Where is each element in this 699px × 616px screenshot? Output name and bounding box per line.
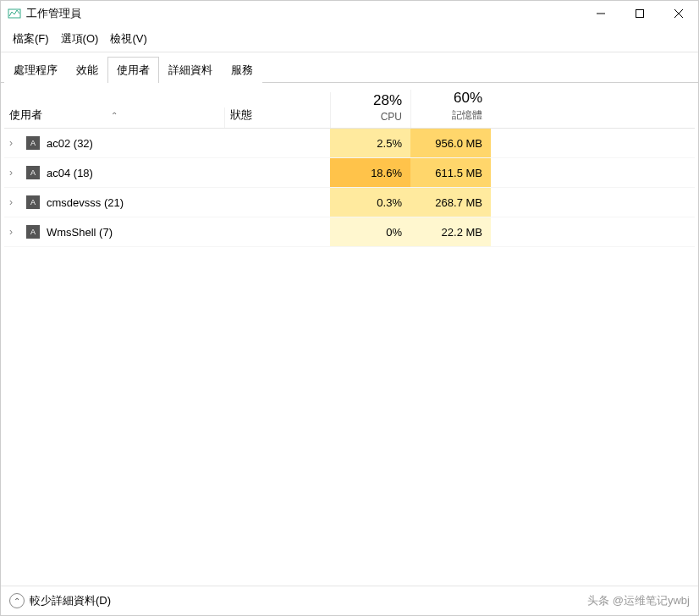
table-row[interactable]: › A cmsdevsss (21) 0.3% 268.7 MB bbox=[4, 188, 695, 217]
window-controls bbox=[581, 1, 698, 26]
tab-performance[interactable]: 效能 bbox=[67, 57, 107, 83]
sort-indicator-icon: ⌃ bbox=[111, 111, 118, 120]
cell-memory: 22.2 MB bbox=[410, 217, 491, 246]
cell-user: › A cmsdevsss (21) bbox=[4, 188, 224, 217]
cell-status bbox=[224, 217, 330, 246]
user-name: ac02 (32) bbox=[47, 137, 93, 150]
cell-spacer bbox=[491, 129, 695, 157]
menu-view[interactable]: 檢視(V) bbox=[105, 30, 151, 48]
table-row[interactable]: › A ac04 (18) 18.6% 611.5 MB bbox=[4, 158, 695, 188]
svg-rect-2 bbox=[636, 10, 644, 18]
cell-cpu: 0.3% bbox=[330, 188, 410, 217]
user-name: ac04 (18) bbox=[47, 167, 93, 179]
header-cpu-pct: 28% bbox=[331, 92, 402, 111]
header-cpu-label: CPU bbox=[331, 111, 402, 128]
table-row[interactable]: › A ac02 (32) 2.5% 956.0 MB bbox=[4, 129, 695, 158]
header-user-label: 使用者 bbox=[9, 108, 42, 121]
maximize-button[interactable] bbox=[620, 1, 659, 26]
table-body: › A ac02 (32) 2.5% 956.0 MB › A ac04 (18… bbox=[4, 129, 695, 582]
user-icon: A bbox=[26, 166, 40, 179]
content-area: ⌃ 使用者 狀態 28% CPU 60% 記憶體 › A ac02 (32) 2… bbox=[1, 83, 698, 586]
header-status-label: 狀態 bbox=[230, 108, 252, 121]
tab-details[interactable]: 詳細資料 bbox=[159, 57, 222, 83]
svg-rect-0 bbox=[8, 9, 20, 18]
user-icon: A bbox=[26, 195, 40, 209]
close-icon bbox=[674, 9, 683, 18]
header-user[interactable]: ⌃ 使用者 bbox=[4, 107, 224, 128]
menu-file[interactable]: 檔案(F) bbox=[8, 30, 54, 48]
header-cpu[interactable]: 28% CPU bbox=[330, 92, 410, 128]
tab-processes[interactable]: 處理程序 bbox=[4, 57, 67, 83]
cell-spacer bbox=[491, 217, 695, 246]
header-status[interactable]: 狀態 bbox=[224, 107, 330, 128]
cell-status bbox=[224, 158, 330, 187]
chevron-right-icon[interactable]: › bbox=[9, 137, 19, 149]
app-icon bbox=[8, 7, 21, 20]
tab-users[interactable]: 使用者 bbox=[107, 57, 159, 83]
chevron-up-icon: ⌃ bbox=[9, 593, 25, 608]
cell-memory: 956.0 MB bbox=[410, 129, 491, 157]
titlebar: 工作管理員 bbox=[1, 1, 698, 26]
maximize-icon bbox=[636, 9, 644, 18]
window-title: 工作管理員 bbox=[26, 6, 581, 21]
chevron-right-icon[interactable]: › bbox=[9, 167, 19, 179]
cell-status bbox=[224, 188, 330, 217]
header-memory[interactable]: 60% 記憶體 bbox=[410, 90, 491, 128]
menubar: 檔案(F) 選項(O) 檢視(V) bbox=[1, 26, 698, 52]
fewer-details-button[interactable]: ⌃ 較少詳細資料(D) bbox=[9, 593, 111, 608]
cell-memory: 611.5 MB bbox=[410, 158, 491, 187]
chevron-right-icon[interactable]: › bbox=[9, 196, 19, 208]
cell-cpu: 0% bbox=[330, 217, 410, 246]
user-icon: A bbox=[26, 136, 40, 150]
tab-bar: 處理程序 效能 使用者 詳細資料 服務 bbox=[1, 56, 698, 83]
menu-options[interactable]: 選項(O) bbox=[56, 30, 104, 48]
cell-user: › A ac04 (18) bbox=[4, 158, 224, 187]
cell-memory: 268.7 MB bbox=[410, 188, 491, 217]
cell-cpu: 18.6% bbox=[330, 158, 410, 187]
fewer-details-label: 較少詳細資料(D) bbox=[30, 593, 111, 608]
chevron-right-icon[interactable]: › bbox=[9, 226, 19, 238]
header-mem-pct: 60% bbox=[411, 90, 482, 108]
footer: ⌃ 較少詳細資料(D) 头条 @运维笔记ywbj bbox=[1, 586, 698, 615]
tab-services[interactable]: 服務 bbox=[222, 57, 262, 83]
cell-status bbox=[224, 129, 330, 157]
minimize-icon bbox=[597, 9, 605, 18]
user-icon: A bbox=[26, 225, 40, 239]
cell-user: › A ac02 (32) bbox=[4, 129, 224, 157]
cell-user: › A WmsShell (7) bbox=[4, 217, 224, 246]
table-row[interactable]: › A WmsShell (7) 0% 22.2 MB bbox=[4, 217, 695, 247]
user-name: WmsShell (7) bbox=[47, 226, 113, 239]
cell-cpu: 2.5% bbox=[330, 129, 410, 157]
header-mem-label: 記憶體 bbox=[411, 108, 482, 128]
cell-spacer bbox=[491, 158, 695, 187]
user-name: cmsdevsss (21) bbox=[47, 196, 124, 209]
table-header: ⌃ 使用者 狀態 28% CPU 60% 記憶體 bbox=[4, 86, 695, 129]
watermark: 头条 @运维笔记ywbj bbox=[587, 593, 690, 608]
close-button[interactable] bbox=[659, 1, 698, 26]
cell-spacer bbox=[491, 188, 695, 217]
minimize-button[interactable] bbox=[581, 1, 620, 26]
